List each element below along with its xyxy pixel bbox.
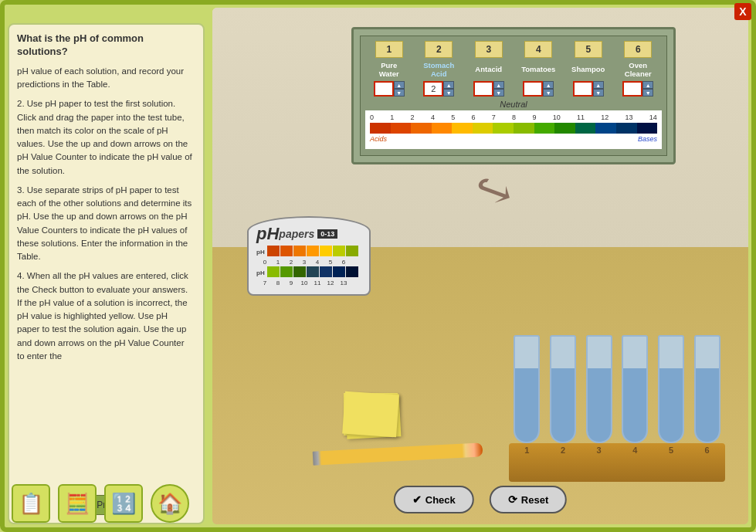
ph-color-cell xyxy=(307,246,319,256)
tube-body-1 xyxy=(514,335,540,443)
ph-papers-booklet: pH papers 0-13 pH 0123456 pH 78910111213 xyxy=(247,216,371,296)
ph-scale-bar xyxy=(370,123,657,134)
rack-tube-row: 123456 xyxy=(509,335,725,459)
ph-spinner-4[interactable]: ▲▼ xyxy=(543,81,554,97)
scale-segment xyxy=(514,123,534,134)
scale-num: 5 xyxy=(451,114,455,121)
instruction-2: 2. Use pH paper to test the first soluti… xyxy=(17,97,192,178)
ph-input-3[interactable] xyxy=(473,81,493,97)
ph-spinner-down-3[interactable]: ▼ xyxy=(493,89,504,97)
ph-input-4[interactable] xyxy=(523,81,543,97)
ph-num-cell: 1 xyxy=(272,259,284,266)
test-tube-6[interactable]: 6 xyxy=(693,335,722,459)
instruction-3: 3. Use separate strips of pH paper to te… xyxy=(17,184,192,264)
test-tube-5[interactable]: 5 xyxy=(656,335,686,459)
ph-spinner-5[interactable]: ▲▼ xyxy=(593,81,604,97)
scale-num: 0 xyxy=(370,114,374,121)
check-label: Check xyxy=(425,494,456,506)
instruction-text: pH value of each solution, and record yo… xyxy=(17,65,195,489)
ph-spinner-up-1[interactable]: ▲ xyxy=(394,81,405,89)
ph-col-5: 5Shampoo▲▼ xyxy=(564,41,612,97)
action-buttons: ✔ Check ⟳ Reset xyxy=(394,486,567,513)
ph-input-6[interactable] xyxy=(622,81,642,97)
scale-segment xyxy=(616,123,637,134)
ph-input-group-2[interactable]: ▲▼ xyxy=(423,81,454,97)
ph-col-6: 6OvenCleaner▲▼ xyxy=(615,41,663,97)
ph-input-2[interactable] xyxy=(423,81,443,97)
ph-spinner-1[interactable]: ▲▼ xyxy=(394,81,405,97)
scale-num: 12 xyxy=(601,114,609,121)
ph-spinner-down-6[interactable]: ▼ xyxy=(642,89,653,97)
ph-col-num-2: 2 xyxy=(425,41,453,58)
test-tube-2[interactable]: 2 xyxy=(548,335,578,459)
ph-col-num-6: 6 xyxy=(624,41,652,58)
tube-liquid-5 xyxy=(659,368,683,442)
sticky-notes xyxy=(344,393,405,439)
ph-spinner-down-4[interactable]: ▼ xyxy=(543,89,554,97)
calculator-icon[interactable]: 🧮 xyxy=(58,484,97,523)
ph-input-5[interactable] xyxy=(573,81,593,97)
ph-scale-nums: 0124567891011121314 xyxy=(370,114,657,121)
ph-spinner-up-5[interactable]: ▲ xyxy=(593,81,604,89)
ph-col-num-1: 1 xyxy=(375,41,403,58)
ph-num-cell: 13 xyxy=(337,280,350,286)
clipboard-icon[interactable]: 📋 xyxy=(12,484,50,523)
ph-nums-row1: 0123456 xyxy=(259,259,350,266)
tube-liquid-3 xyxy=(588,368,611,442)
ph-spinner-up-4[interactable]: ▲ xyxy=(543,81,554,89)
ph-input-1[interactable] xyxy=(374,81,394,97)
tube-num-5: 5 xyxy=(669,446,673,455)
ph-spinner-up-6[interactable]: ▲ xyxy=(642,81,653,89)
close-button[interactable]: X xyxy=(734,3,751,20)
ph-spinner-down-2[interactable]: ▼ xyxy=(443,89,454,97)
instruction-1: pH value of each solution, and record yo… xyxy=(17,65,192,92)
calculator2-icon[interactable]: 🔢 xyxy=(104,484,143,523)
ph-spinner-up-3[interactable]: ▲ xyxy=(493,81,504,89)
ph-col-label-4: Tomatoes xyxy=(521,60,555,79)
ph-color-cell xyxy=(280,246,293,256)
scale-segment xyxy=(554,123,575,134)
ph-input-group-3[interactable]: ▲▼ xyxy=(473,81,504,97)
ph-input-group-5[interactable]: ▲▼ xyxy=(573,81,604,97)
ph-columns: 1PureWater▲▼2StomachAcid▲▼3Antacid▲▼4Tom… xyxy=(365,41,662,97)
test-tube-3[interactable]: 3 xyxy=(585,335,614,459)
ph-color-cell xyxy=(333,246,345,256)
ph-spinner-down-5[interactable]: ▼ xyxy=(593,89,604,97)
ph-spinner-down-1[interactable]: ▼ xyxy=(394,89,405,97)
scale-segment xyxy=(637,123,658,134)
ph-spinner-2[interactable]: ▲▼ xyxy=(443,81,454,97)
ph-spinner-3[interactable]: ▲▼ xyxy=(493,81,504,97)
ph-input-group-1[interactable]: ▲▼ xyxy=(374,81,405,97)
ph-spinner-6[interactable]: ▲▼ xyxy=(642,81,653,97)
ph-spinner-up-2[interactable]: ▲ xyxy=(443,81,454,89)
reset-icon: ⟳ xyxy=(508,493,517,506)
scale-num: 8 xyxy=(512,114,516,121)
home-icon[interactable]: 🏠 xyxy=(151,484,189,523)
scale-segment xyxy=(595,123,616,134)
close-label: X xyxy=(739,5,746,18)
scale-num: 4 xyxy=(431,114,435,121)
reset-button[interactable]: ⟳ Reset xyxy=(490,486,567,513)
test-tube-rack: 123456 xyxy=(509,312,725,482)
tube-body-5 xyxy=(658,335,684,443)
bottom-toolbar: 📋 🧮 🔢 🏠 xyxy=(12,484,189,523)
neutral-label: Neutral xyxy=(365,100,662,109)
ph-color-cell xyxy=(293,266,306,277)
scale-segment xyxy=(432,123,453,134)
tube-liquid-2 xyxy=(551,368,575,442)
tube-liquid-1 xyxy=(515,368,538,442)
ph-input-group-6[interactable]: ▲▼ xyxy=(622,81,653,97)
instruction-4: 4. When all the pH values are entered, c… xyxy=(17,269,192,363)
test-tube-4[interactable]: 4 xyxy=(620,335,649,459)
ph-num-cell: 2 xyxy=(285,259,297,266)
ph-input-group-4[interactable]: ▲▼ xyxy=(523,81,554,97)
scale-segment xyxy=(493,123,514,134)
tube-body-2 xyxy=(550,335,576,443)
ph-num-cell: 9 xyxy=(285,280,297,286)
ph-papers-title: pH papers 0-13 xyxy=(256,224,361,244)
check-button[interactable]: ✔ Check xyxy=(394,486,474,513)
ph-color-row1 xyxy=(267,246,358,256)
test-tube-1[interactable]: 1 xyxy=(512,335,541,459)
instruction-panel: What is the pH of common solutions? pH v… xyxy=(8,23,205,524)
ph-row1-label: pH xyxy=(256,249,265,256)
